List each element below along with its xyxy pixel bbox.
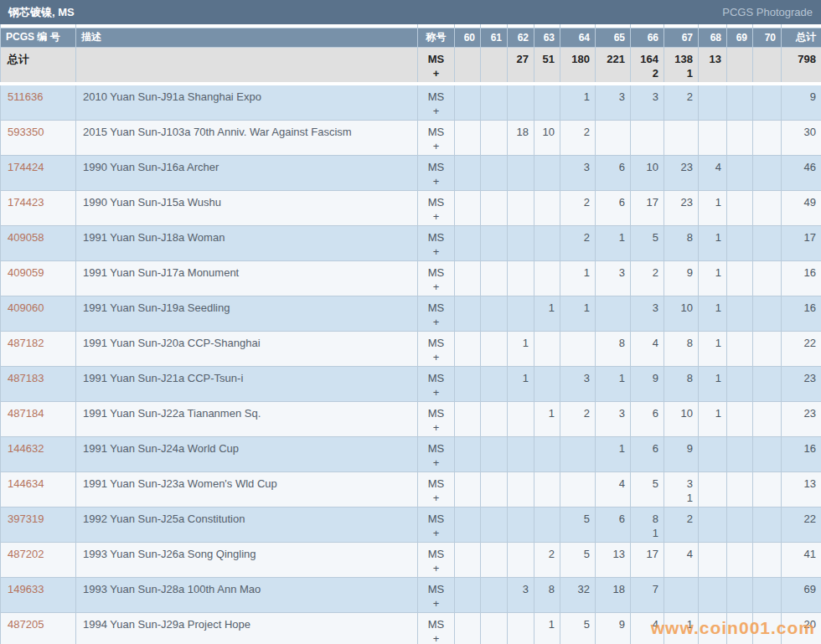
grade-cell-70: [753, 120, 782, 155]
pcgs-number-cell: 144632: [1, 436, 76, 471]
grade-cell-64: [560, 331, 596, 366]
grade-cell-69: [727, 401, 753, 436]
grade-cell-70: [753, 260, 782, 296]
designation-cell: MS+: [418, 436, 455, 471]
col-header-grade-64: 64: [560, 28, 596, 47]
pcgs-number-link[interactable]: 149633: [8, 583, 44, 595]
pcgs-number-link[interactable]: 397319: [8, 513, 44, 525]
grade-cell-68: 1: [699, 331, 727, 366]
grade-cell-66: 17: [631, 190, 664, 225]
pcgs-number-cell: 487182: [1, 331, 76, 366]
coin-description: [76, 47, 418, 84]
pcgs-number-link[interactable]: 144632: [8, 442, 44, 455]
coin-description: 2015 Yuan Sun-J103a 70th Anniv. War Agai…: [76, 120, 418, 155]
grade-cell-68: 1: [699, 190, 727, 225]
coin-description: 1991 Yuan Sun-J18a Woman: [76, 225, 418, 260]
grade-cell-69: [727, 471, 753, 507]
pcgs-number-cell: 149633: [1, 577, 76, 612]
grade-cell-70: [753, 225, 782, 260]
col-header-description: 描述: [76, 28, 418, 47]
grade-cell-70: [753, 155, 782, 190]
pcgs-number-link[interactable]: 409060: [8, 301, 44, 314]
grade-cell-60: [455, 542, 481, 577]
col-header-designation: 称号: [418, 28, 455, 47]
grade-cell-60: [455, 120, 481, 155]
designation-cell: MS+: [418, 225, 455, 260]
grade-cell-63: 1: [534, 401, 560, 436]
grade-cell-66: 2: [631, 260, 664, 296]
grade-cell-67: 4: [664, 542, 699, 577]
grade-cell-63: [534, 225, 560, 260]
grade-cell-61: [481, 225, 508, 260]
pcgs-number-link[interactable]: 593350: [8, 126, 44, 138]
grade-cell-66: 10: [631, 155, 664, 190]
designation-cell: MS+: [418, 296, 455, 331]
pcgs-number-link[interactable]: 409058: [8, 231, 44, 244]
grade-cell-70: [753, 190, 782, 225]
grade-cell-65: 6: [596, 155, 631, 190]
grade-cell-61: [481, 471, 508, 507]
grade-cell-67: 8: [664, 225, 699, 260]
grade-cell-60: [455, 296, 481, 331]
pcgs-population-page: 钢芯镀镍, MS PCGS Photograde PCGS 编 号 描述 称号 …: [0, 0, 821, 644]
grade-cell-68: 1: [699, 225, 727, 260]
grade-cell-60: [455, 436, 481, 471]
grade-cell-61: [481, 542, 508, 577]
grade-cell-60: [455, 577, 481, 612]
pcgs-number-link[interactable]: 174423: [8, 196, 44, 209]
grade-cell-63: 2: [534, 542, 560, 577]
grade-cell-69: [727, 155, 753, 190]
grade-cell-62: [508, 260, 534, 296]
col-header-grade-63: 63: [534, 28, 560, 47]
grade-cell-60: [455, 471, 481, 507]
grade-cell-63: [534, 471, 560, 507]
pcgs-number-cell: 593350: [1, 120, 76, 155]
grade-cell-67: 10: [664, 296, 699, 331]
grade-cell-62: 18: [508, 120, 534, 155]
pcgs-number-link[interactable]: 487184: [8, 407, 44, 420]
pcgs-number-link[interactable]: 487183: [8, 372, 44, 384]
coin-description: 1991 Yuan Sun-J22a Tiananmen Sq.: [76, 401, 418, 436]
grade-cell-64: 2: [560, 190, 596, 225]
table-row: 4871841991 Yuan Sun-J22a Tiananmen Sq.MS…: [1, 401, 821, 436]
grade-cell-64: 32: [560, 577, 596, 612]
coin-description: 2010 Yuan Sun-J91a Shanghai Expo: [76, 84, 418, 121]
grade-cell-68: [699, 84, 727, 121]
grade-cell-70: [753, 331, 782, 366]
grade-cell-61: [481, 47, 508, 84]
grade-cell-69: [727, 225, 753, 260]
pcgs-number-link[interactable]: 487202: [8, 548, 44, 560]
photograde-link[interactable]: PCGS Photograde: [722, 6, 813, 18]
grade-cell-63: [534, 436, 560, 471]
pcgs-number-link[interactable]: 144634: [8, 477, 44, 490]
grade-cell-65: 6: [596, 190, 631, 225]
grade-cell-66: 6: [631, 401, 664, 436]
coin-description: 1991 Yuan Sun-J17a Monument: [76, 260, 418, 296]
grade-cell-62: [508, 84, 534, 121]
grade-cell-66: 17: [631, 542, 664, 577]
pcgs-number-link[interactable]: 487205: [8, 618, 44, 631]
grade-cell-70: [753, 401, 782, 436]
pcgs-number-link[interactable]: 511636: [8, 90, 43, 103]
grade-cell-64: 5: [560, 612, 596, 644]
grade-cell-66: 81: [631, 507, 664, 542]
pcgs-number-link[interactable]: 487182: [8, 337, 44, 349]
row-total: 13: [782, 471, 821, 507]
grade-cell-67: 8: [664, 331, 699, 366]
table-row: 4090581991 Yuan Sun-J18a WomanMS+2158117: [1, 225, 821, 260]
grade-cell-70: [753, 507, 782, 542]
row-total: 23: [782, 366, 821, 401]
grade-cell-69: [727, 507, 753, 542]
grade-cell-67: 2: [664, 507, 699, 542]
grade-cell-62: [508, 436, 534, 471]
pcgs-number-cell: 409060: [1, 296, 76, 331]
grade-cell-68: [699, 120, 727, 155]
coin-description: 1991 Yuan Sun-J21a CCP-Tsun-i: [76, 366, 418, 401]
pcgs-number-link[interactable]: 409059: [8, 266, 44, 279]
grade-cell-65: [596, 120, 631, 155]
table-row: 1446321991 Yuan Sun-J24a World CupMS+169…: [1, 436, 821, 471]
pcgs-number-link[interactable]: 174424: [8, 161, 44, 173]
grade-cell-60: [455, 366, 481, 401]
coin-description: 1993 Yuan Sun-J26a Song Qingling: [76, 542, 418, 577]
grade-cell-67: 10: [664, 401, 699, 436]
